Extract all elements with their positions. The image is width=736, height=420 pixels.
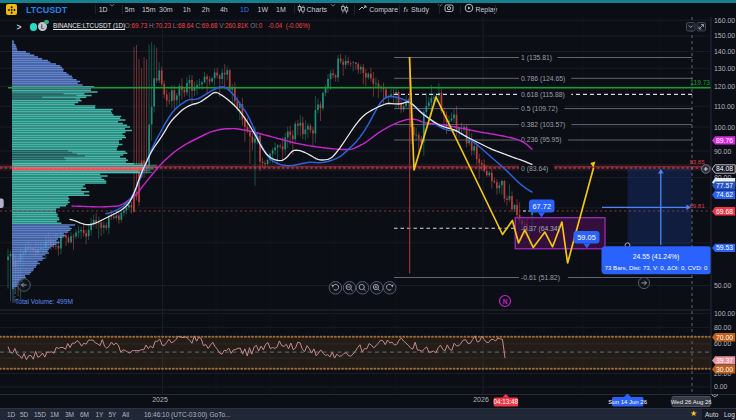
svg-text:0 (83.64): 0 (83.64) — [521, 165, 548, 173]
svg-text:150.00: 150.00 — [714, 32, 735, 39]
svg-text:30.00: 30.00 — [716, 366, 733, 373]
svg-text:-0.61 (51.82): -0.61 (51.82) — [521, 274, 560, 282]
svg-text:39.37: 39.37 — [716, 357, 733, 364]
svg-text:83.85: 83.85 — [689, 159, 705, 165]
svg-text:59.05: 59.05 — [577, 233, 596, 242]
svg-text:Sun 14 Jun 26: Sun 14 Jun 26 — [608, 399, 647, 405]
svg-text:0.5 (109.72): 0.5 (109.72) — [521, 105, 558, 113]
svg-text:0.382 (103.57): 0.382 (103.57) — [521, 121, 565, 129]
svg-text:77.57: 77.57 — [716, 182, 733, 189]
svg-text:80.00: 80.00 — [714, 324, 731, 331]
svg-text:0.00: 0.00 — [714, 383, 728, 390]
svg-text:-0.37 (64.34): -0.37 (64.34) — [521, 225, 560, 233]
svg-text:Wed 26 Aug 26: Wed 26 Aug 26 — [671, 399, 713, 405]
svg-text:110.00: 110.00 — [714, 103, 735, 110]
svg-text:0.618 (115.88): 0.618 (115.88) — [521, 91, 565, 99]
svg-text:59.53: 59.53 — [716, 244, 733, 251]
svg-text:100.00: 100.00 — [714, 124, 735, 131]
svg-text:74.62: 74.62 — [716, 191, 733, 198]
svg-text:73 Bars, Dist: 73, V: 0, ΔOI:: 73 Bars, Dist: 73, V: 0, ΔOI: 0, CVD: 0 — [605, 264, 708, 271]
svg-text:N: N — [503, 298, 508, 305]
svg-text:50.00: 50.00 — [714, 282, 731, 289]
svg-text:69.68: 69.68 — [716, 208, 733, 215]
svg-text:67.72: 67.72 — [533, 202, 552, 211]
svg-text:1 (135.81): 1 (135.81) — [521, 54, 552, 62]
svg-text:160.00: 160.00 — [714, 17, 735, 24]
svg-text:0.786 (124.65): 0.786 (124.65) — [521, 75, 565, 83]
svg-text:119.73: 119.73 — [690, 79, 710, 86]
svg-text:24.55 (41.24%): 24.55 (41.24%) — [633, 253, 679, 261]
svg-text:70.00: 70.00 — [716, 334, 733, 341]
svg-text:140.00: 140.00 — [714, 48, 735, 55]
svg-text:89.76: 89.76 — [716, 137, 733, 144]
svg-text:90.00: 90.00 — [714, 148, 731, 155]
svg-text:84.08: 84.08 — [716, 165, 733, 172]
svg-text:2026: 2026 — [473, 396, 489, 403]
svg-text:100.00: 100.00 — [714, 310, 735, 317]
svg-text:Total Volume: 499M: Total Volume: 499M — [15, 298, 73, 305]
svg-text:04:13:48: 04:13:48 — [494, 398, 519, 405]
svg-text:2025: 2025 — [152, 396, 168, 403]
svg-text:130.00: 130.00 — [714, 65, 735, 72]
svg-text:120.00: 120.00 — [714, 83, 735, 90]
svg-text:69.81: 69.81 — [689, 203, 705, 209]
svg-text:0.236 (95.95): 0.236 (95.95) — [521, 136, 561, 144]
